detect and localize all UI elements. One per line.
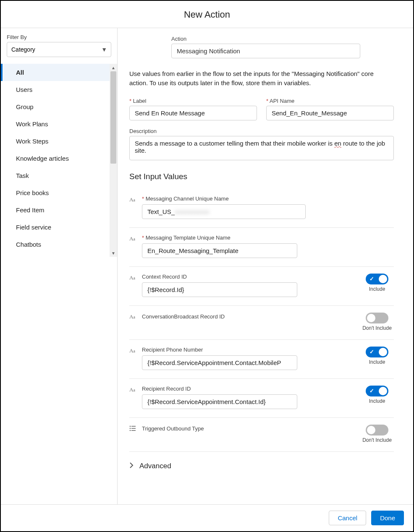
messaging-channel-input[interactable]: Text_US_xxxxxxxxxxx — [142, 204, 306, 219]
api-name-field-label: API Name — [266, 98, 394, 104]
action-input[interactable] — [171, 44, 360, 58]
triggered-outbound-toggle-label: Don't Include — [362, 437, 392, 443]
category-list: All Users Group Work Plans Work Steps Kn… — [1, 64, 117, 253]
sidebar-item-work-plans[interactable]: Work Plans — [1, 115, 117, 133]
recipient-phone-toggle[interactable]: ✓ — [366, 347, 388, 357]
svg-point-4 — [130, 430, 131, 431]
text-type-icon: Aa — [129, 313, 138, 320]
sidebar-item-knowledge-articles[interactable]: Knowledge articles — [1, 150, 117, 167]
action-label: Action — [171, 36, 360, 42]
api-name-input[interactable] — [266, 106, 394, 120]
svg-point-0 — [130, 425, 131, 427]
input-row-messaging-channel: Aa Messaging Channel Unique Name Text_US… — [129, 189, 394, 228]
chevron-right-icon — [129, 462, 134, 470]
cancel-button[interactable]: Cancel — [329, 511, 366, 525]
svg-point-2 — [130, 428, 131, 429]
context-record-id-input[interactable] — [142, 282, 297, 297]
sidebar-item-users[interactable]: Users — [1, 81, 117, 98]
input-row-messaging-template: Aa Messaging Template Unique Name — [129, 228, 394, 267]
context-record-id-toggle-label: Include — [369, 286, 385, 292]
svg-rect-1 — [131, 426, 136, 427]
sidebar-item-work-steps[interactable]: Work Steps — [1, 133, 117, 150]
description-text-pre: Sends a message to a customer telling th… — [135, 140, 334, 147]
messaging-channel-value-redacted: xxxxxxxxxxx — [175, 208, 210, 215]
sidebar-item-all[interactable]: All — [1, 64, 117, 81]
advanced-label: Advanced — [139, 462, 171, 470]
scroll-up-icon[interactable]: ▲ — [110, 64, 117, 71]
context-record-id-toggle[interactable]: ✓ — [366, 274, 388, 284]
text-type-icon: Aa — [129, 274, 138, 281]
messaging-template-input[interactable] — [142, 243, 297, 258]
messaging-template-label: Messaging Template Unique Name — [142, 235, 306, 241]
conversation-broadcast-toggle[interactable] — [366, 313, 388, 323]
dialog-title: New Action — [1, 9, 413, 20]
svg-rect-5 — [131, 430, 136, 431]
recipient-phone-toggle-label: Include — [369, 359, 385, 365]
description-spellerror: en — [334, 140, 341, 147]
text-type-icon: Aa — [129, 235, 138, 242]
input-row-conversation-broadcast: Aa ConversationBroadcast Record ID Don't… — [129, 306, 394, 340]
sidebar-item-feed-item[interactable]: Feed Item — [1, 201, 117, 219]
label-field-label: Label — [129, 98, 257, 104]
conversation-broadcast-toggle-label: Don't Include — [362, 325, 392, 331]
triggered-outbound-label: Triggered Outbound Type — [142, 425, 306, 432]
description-label: Description — [129, 128, 394, 134]
dialog-body: Filter By Category ▼ All Users Group Wor… — [1, 28, 413, 504]
sidebar-scrollbar[interactable]: ▲ ▼ — [110, 64, 117, 257]
input-row-triggered-outbound: Triggered Outbound Type Don't Include — [129, 418, 394, 452]
dialog-header: New Action — [1, 1, 413, 28]
advanced-section-toggle[interactable]: Advanced — [129, 462, 394, 470]
filter-by-label: Filter By — [7, 34, 111, 40]
text-type-icon: Aa — [129, 196, 138, 203]
recipient-record-id-label: Recipient Record ID — [142, 386, 306, 392]
description-input[interactable]: Sends a message to a customer telling th… — [129, 136, 394, 160]
set-input-values-heading: Set Input Values — [129, 172, 394, 181]
messaging-channel-value-prefix: Text_US_ — [147, 208, 175, 215]
conversation-broadcast-label: ConversationBroadcast Record ID — [142, 313, 306, 320]
sidebar-item-field-service[interactable]: Field service — [1, 219, 117, 236]
label-input[interactable] — [129, 106, 257, 120]
messaging-channel-label: Messaging Channel Unique Name — [142, 196, 306, 202]
dialog-footer: Cancel Done — [1, 504, 413, 531]
main-panel: Action Use values from earlier in the fl… — [118, 28, 413, 504]
intro-text: Use values from earlier in the flow to s… — [129, 69, 394, 88]
sidebar-item-chatbots[interactable]: Chatbots — [1, 236, 117, 253]
sidebar: Filter By Category ▼ All Users Group Wor… — [1, 28, 118, 504]
recipient-record-id-input[interactable] — [142, 394, 297, 409]
input-row-recipient-phone: Aa Recipient Phone Number ✓ Include — [129, 340, 394, 379]
input-row-recipient-record-id: Aa Recipient Record ID ✓ Include — [129, 379, 394, 418]
scroll-thumb[interactable] — [110, 71, 116, 164]
context-record-id-label: Context Record ID — [142, 274, 306, 280]
filter-by-select[interactable]: Category — [7, 42, 111, 57]
sidebar-item-price-books[interactable]: Price books — [1, 184, 117, 201]
svg-rect-3 — [131, 428, 136, 429]
input-row-context-record-id: Aa Context Record ID ✓ Include — [129, 267, 394, 306]
triggered-outbound-toggle[interactable] — [366, 425, 388, 436]
recipient-record-id-toggle-label: Include — [369, 398, 385, 404]
done-button[interactable]: Done — [371, 511, 404, 525]
recipient-phone-label: Recipient Phone Number — [142, 347, 306, 353]
list-type-icon — [129, 425, 138, 433]
sidebar-item-task[interactable]: Task — [1, 167, 117, 184]
recipient-phone-input[interactable] — [142, 355, 297, 370]
sidebar-item-group[interactable]: Group — [1, 98, 117, 115]
scroll-down-icon[interactable]: ▼ — [110, 249, 117, 257]
recipient-record-id-toggle[interactable]: ✓ — [366, 386, 388, 396]
text-type-icon: Aa — [129, 347, 138, 354]
text-type-icon: Aa — [129, 386, 138, 393]
